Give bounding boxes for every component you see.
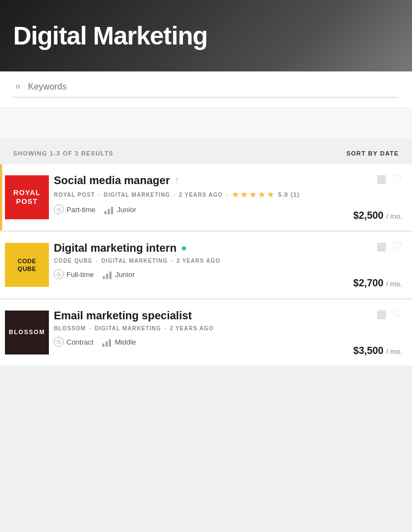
job-price-suffix: / mo. (386, 280, 402, 288)
job-type-tag: ◷ Full-time (54, 269, 94, 279)
job-body: Social media manager ↑ ROYAL POST • DIGI… (52, 164, 335, 230)
results-header: SHOWING 1-3 OF 3 RESULTS SORT BY DATE (0, 139, 412, 164)
level-icon (103, 269, 113, 279)
search-section: ⚬ (0, 71, 412, 108)
company-name: BLOSSOM (54, 325, 86, 331)
job-level-label: Junior (117, 206, 136, 214)
stars-row: ★ ★ ★ ★ ★ 5.0 (1) (232, 190, 300, 199)
dot-2: • (171, 258, 173, 263)
action-icons: ▦ ♡ (376, 240, 402, 253)
job-card[interactable]: BLOSSOM Email marketing specialist BLOSS… (0, 300, 412, 365)
results-count: SHOWING 1-3 OF 3 RESULTS (13, 150, 114, 157)
clock-icon: ◷ (54, 204, 64, 214)
message-icon[interactable]: ▦ (376, 307, 387, 320)
level-icon (102, 337, 112, 347)
star-2: ★ (241, 190, 248, 199)
featured-badge-icon: ↑ (174, 175, 179, 186)
job-price-suffix: / mo. (386, 347, 402, 356)
job-price: $3,500 / mo. (353, 345, 402, 357)
message-icon[interactable]: ▦ (376, 240, 387, 253)
dot-2: • (174, 192, 176, 197)
job-type-label: Full-time (66, 270, 94, 279)
rating-text: 5.0 (1) (278, 191, 300, 198)
action-icons: ▦ ♡ (376, 172, 402, 185)
favorite-icon[interactable]: ♡ (392, 240, 402, 253)
job-level-tag: Junior (104, 204, 136, 214)
job-meta: BLOSSOM • DIGITAL MARKETING • 2 YEARS AG… (54, 325, 329, 331)
star-1: ★ (232, 190, 240, 199)
job-tags: ◷ Part-time Junior (54, 204, 329, 214)
job-title: Digital marketing intern (54, 242, 176, 254)
logo-blossom: BLOSSOM (5, 311, 49, 354)
logo-royal-post: ROYALPOST (5, 175, 49, 219)
bar-2 (105, 341, 108, 347)
level-icon (104, 204, 114, 214)
job-title-row: Email marketing specialist (54, 309, 329, 322)
company-logo: ROYALPOST (2, 164, 52, 230)
job-posted: 2 YEARS AGO (170, 325, 214, 331)
verified-badge-icon: ● (181, 242, 187, 254)
job-price-suffix: / mo. (386, 212, 402, 220)
job-level-label: Middle (115, 338, 136, 346)
favorite-icon[interactable]: ♡ (392, 307, 402, 320)
dot-2: • (164, 326, 166, 331)
job-type-tag: ◷ Part-time (54, 204, 96, 214)
dot-3: • (226, 192, 229, 197)
job-body: Email marketing specialist BLOSSOM • DIG… (52, 300, 335, 365)
job-level-tag: Junior (103, 269, 135, 279)
clock-icon: ◷ (54, 269, 64, 279)
job-type-tag: ◷ Contract (54, 337, 93, 347)
jobs-list: ROYALPOST Social media manager ↑ ROYAL P… (0, 164, 412, 380)
bar-1 (102, 343, 104, 347)
clock-icon: ◷ (54, 337, 64, 347)
job-category: DIGITAL MARKETING (94, 325, 161, 331)
sort-by: SORT BY DATE (347, 150, 399, 157)
filters-row (0, 108, 412, 139)
job-price-actions: ▦ ♡ $3,500 / mo. (335, 300, 412, 365)
job-card[interactable]: ROYALPOST Social media manager ↑ ROYAL P… (0, 164, 412, 230)
job-level-tag: Middle (102, 337, 136, 347)
company-logo: CODEQUBE (2, 232, 52, 298)
hero-section: Digital Marketing (0, 0, 412, 71)
bar-1 (104, 211, 107, 214)
message-icon[interactable]: ▦ (376, 172, 387, 185)
company-name: ROYAL POST (54, 192, 95, 198)
job-title: Social media manager (54, 174, 170, 187)
bar-2 (108, 209, 110, 214)
job-level-label: Junior (115, 270, 135, 279)
page-title: Digital Marketing (13, 21, 208, 51)
job-tags: ◷ Full-time Junior (54, 269, 329, 279)
job-body: Digital marketing intern ● CODE QUBE • D… (52, 232, 335, 298)
job-type-label: Part-time (66, 206, 96, 214)
bar-3 (109, 339, 111, 347)
bar-3 (109, 271, 112, 279)
job-price-actions: ▦ ♡ $2,500 / mo. (335, 164, 412, 230)
bar-3 (111, 207, 113, 214)
job-posted: 2 YEARS AGO (179, 192, 223, 198)
search-bar: ⚬ (13, 81, 399, 98)
job-meta: CODE QUBE • DIGITAL MARKETING • 2 YEARS … (54, 258, 329, 264)
job-category: DIGITAL MARKETING (101, 258, 168, 264)
favorite-icon[interactable]: ♡ (392, 172, 402, 185)
star-3: ★ (249, 190, 257, 199)
job-meta: ROYAL POST • DIGITAL MARKETING • 2 YEARS… (54, 190, 329, 199)
logo-code-qube: CODEQUBE (5, 243, 49, 287)
job-price-actions: ▦ ♡ $2,700 / mo. (335, 232, 412, 298)
company-logo: BLOSSOM (2, 300, 52, 365)
dot-1: • (98, 192, 101, 197)
job-title: Email marketing specialist (54, 309, 192, 322)
search-input[interactable] (28, 82, 399, 92)
star-4: ★ (258, 190, 266, 199)
job-card[interactable]: CODEQUBE Digital marketing intern ● CODE… (0, 232, 412, 298)
job-price: $2,700 / mo. (353, 278, 402, 289)
job-posted: 2 YEARS AGO (176, 258, 220, 264)
job-tags: ◷ Contract Middle (54, 337, 329, 347)
job-price: $2,500 / mo. (353, 210, 402, 221)
action-icons: ▦ ♡ (376, 307, 402, 320)
dot-1: • (89, 326, 91, 331)
company-name: CODE QUBE (54, 258, 92, 264)
bar-1 (103, 276, 105, 279)
job-title-row: Digital marketing intern ● (54, 242, 329, 254)
job-type-label: Contract (66, 338, 93, 346)
job-title-row: Social media manager ↑ (54, 174, 329, 187)
